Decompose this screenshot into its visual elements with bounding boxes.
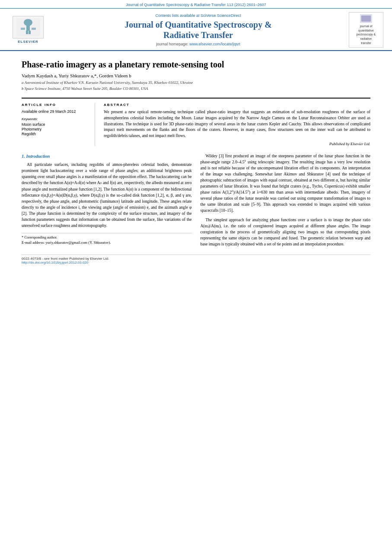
journal-thumbnail-box: journal ofquantitativepectroscopy &radia… [349,12,383,48]
svg-rect-6 [29,31,31,34]
footnote-area: * Corresponding author. E-mail address: … [22,233,192,245]
elsevier-tree-icon [16,18,40,36]
journal-cover-icon [360,14,372,23]
doi-line[interactable]: http://dx.doi.org/10.1016/j.jqsrt.2012.0… [22,261,370,264]
body-two-col: 1. Introduction All particulate surfaces… [22,153,370,251]
affiliation-b: b Space Science Institute, 4750 Walnut S… [22,86,370,92]
svg-rect-8 [361,16,371,22]
journal-thumbnail: journal ofquantitativepectroscopy &radia… [349,12,383,48]
footnote-email-address: yuriy.shkuratov@gmail.com (Y. Shkuratov)… [45,240,111,245]
elsevier-logo-section: ELSEVIER [9,16,48,44]
elsevier-wordmark: ELSEVIER [18,40,38,44]
main-content: Phase-ratio imagery as a planetary remot… [0,51,392,273]
published-by: Published by Elsevier Ltd. [104,142,370,146]
journal-title-section: Contents lists available at SciVerse Sci… [48,13,349,46]
elsevier-logo-box [13,16,44,38]
svg-rect-4 [32,28,36,30]
sciverse-link[interactable]: Contents lists available at SciVerse Sci… [48,13,349,18]
journal-header: ELSEVIER Contents lists available at Sci… [0,9,392,51]
available-online: Available online 29 March 2012 [22,109,90,114]
article-title: Phase-ratio imagery as a planetary remot… [22,60,370,70]
homepage-url[interactable]: www.elsevier.com/locate/jqsrt [189,42,240,46]
journal-reference-text: Journal of Quantitative Spectroscopy & R… [126,3,266,7]
left-column: 1. Introduction All particulate surfaces… [22,153,192,251]
journal-full-title: Journal of Quantitative Spectroscopy & R… [48,19,349,40]
keyword-regolith: Regolith [22,132,90,136]
abstract-text: We present a new optical remote-sensing … [104,109,370,139]
affiliation-a: a Astronomical Institute of Kharkov V.N.… [22,80,370,86]
article-meta-section: ARTICLE INFO Available online 29 March 2… [22,98,370,146]
right-column: Wildey [3] first produced an image of th… [201,153,371,251]
journal-homepage: journal homepage: www.elsevier.com/locat… [48,42,349,46]
keywords-label: Keywords: [22,117,90,121]
article-info-heading: ARTICLE INFO [22,103,90,107]
bottom-bar: 0022-4073/$ - see front matter Published… [22,255,370,264]
intro-para-right-2: The simplest approach for analyzing phas… [201,217,371,247]
svg-rect-5 [26,31,28,34]
article-info-column: ARTICLE INFO Available online 29 March 2… [22,103,95,146]
section1-heading: 1. Introduction [22,153,192,160]
authors: Vadym Kaydash a, Yuriy Shkuratov a,*, Go… [22,73,370,78]
issn-line: 0022-4073/$ - see front matter Published… [22,257,370,261]
svg-rect-3 [21,28,25,30]
footnote-star: * Corresponding author. [22,235,192,240]
keyword-photometry: Photometry [22,127,90,131]
journal-reference-bar: Journal of Quantitative Spectroscopy & R… [0,0,392,9]
intro-para-right-1: Wildey [3] first produced an image of th… [201,153,371,213]
footnote-email: E-mail address: yuriy.shkuratov@gmail.co… [22,240,192,245]
abstract-section: ABSTRACT We present a new optical remote… [104,103,370,146]
abstract-heading: ABSTRACT [104,103,370,107]
svg-point-1 [24,19,32,26]
thumbnail-icon [351,14,381,24]
keyword-moon-surface: Moon surface [22,122,90,127]
svg-rect-2 [26,25,30,31]
footnote-email-label: E-mail address: [22,240,45,245]
intro-para-left: All particulate surfaces, including rego… [22,162,192,229]
